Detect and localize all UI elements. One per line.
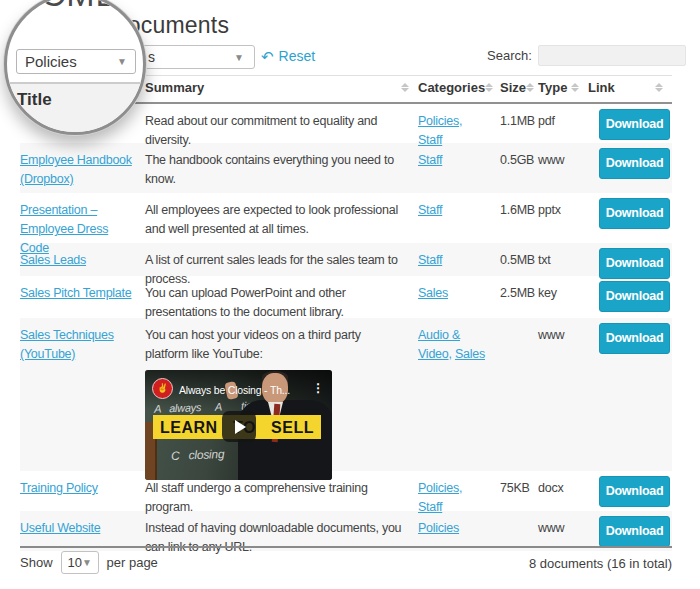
summary-text: You can host your videos on a third part… [145,328,361,361]
sort-icon [401,83,409,92]
doc-title-link[interactable]: Useful Website [20,519,133,538]
show-label: Show [20,555,53,570]
chevron-down-icon: ▼ [82,557,92,568]
category-link[interactable]: Sales [418,286,448,300]
table-row: Presentation – Employee Dress CodeAll em… [20,193,672,243]
channel-avatar[interactable]: ✌ [152,378,173,399]
pagination-controls: Show 10 ▼ per page [20,551,158,574]
link-cell: Download [588,318,672,480]
per-page-dropdown[interactable]: 10 ▼ [61,551,99,574]
chevron-down-icon: ▼ [234,52,244,63]
table-row: Training PolicyAll staff undergo a compr… [20,471,672,511]
per-page-suffix: per page [107,555,158,570]
title-cell: Sales Pitch Template [20,276,145,322]
doc-title-link[interactable]: Employee Handbook (Dropbox) [20,151,133,189]
column-header-link[interactable]: Link [588,79,672,102]
table-row: Useful WebsiteInstead of having download… [20,511,672,551]
column-header-summary[interactable]: Summary [145,79,418,102]
category-filter-dropdown[interactable]: Policies ▼ [16,49,136,74]
category-link[interactable]: Staff [418,203,442,217]
summary-text: All employees are expected to look profe… [145,203,398,236]
category-link[interactable]: Policies [418,481,459,495]
reset-filters-link[interactable]: ↶ Reset [261,48,315,64]
summary-cell: You can host your videos on a third part… [145,318,418,480]
search-area: Search: [487,45,686,66]
download-button[interactable]: Download [599,148,670,179]
reset-label: Reset [279,48,316,64]
search-input[interactable] [538,45,686,66]
title-cell: Employee Handbook (Dropbox) [20,143,145,193]
sort-icon [571,83,579,92]
play-icon [235,420,246,434]
size-cell [500,318,538,480]
category-link[interactable]: Staff [418,153,442,167]
summary-text: All staff undergo a comprehensive traini… [145,481,368,514]
documents-count: 8 documents (16 in total) [529,556,672,571]
table-bottom-border [20,546,672,548]
summary-cell: Instead of having downloadable documents… [145,511,418,557]
category-filter-value: Policies [25,53,77,70]
download-button[interactable]: Download [599,323,670,354]
sort-icon [526,83,534,92]
chalkboard-text: C closing [171,445,225,466]
category-link[interactable]: Policies [418,114,459,128]
link-cell: Download [588,511,672,557]
undo-icon: ↶ [261,49,274,64]
summary-text: The handbook contains everything you nee… [145,153,394,186]
table-row: Employee Handbook (Dropbox)The handbook … [20,143,672,193]
doc-title-link[interactable]: Training Policy [20,479,133,498]
size-cell [500,511,538,557]
category-separator: , [459,481,462,495]
summary-text: You can upload PowerPoint and other pres… [145,286,346,319]
type-cell: key [538,276,588,322]
summary-text: Instead of having downloadable documents… [145,521,401,554]
table-row: Sales Pitch TemplateYou can upload Power… [20,276,672,318]
download-button[interactable]: Download [599,198,670,229]
table-row: Sales LeadsA list of current sales leads… [20,243,672,276]
doc-title-link[interactable]: Sales Techniques (YouTube) [20,326,133,364]
category-link[interactable]: Staff [418,253,442,267]
download-button[interactable]: Download [599,281,670,312]
category-link[interactable]: Policies [418,521,459,535]
type-cell: www [538,318,588,480]
sort-icon [655,83,663,92]
size-cell: 0.5GB [500,143,538,193]
title-cell: Sales Techniques (YouTube) [20,318,145,480]
categories-cell: Policies [418,511,500,557]
documents-table: Title Summary Categories Size Type Link [20,75,672,551]
sort-icon [485,83,493,92]
youtube-video-embed[interactable]: A always A tionLEARNTOSELLC closing✌Alwa… [145,370,332,480]
per-page-value: 10 [68,555,82,570]
summary-cell: The handbook contains everything you nee… [145,143,418,193]
categories-cell: Staff [418,143,500,193]
magnified-title-column-header: Title [17,90,52,110]
categories-cell: Sales [418,276,500,322]
doc-title-link[interactable]: Sales Leads [20,251,133,270]
type-cell: www [538,511,588,557]
size-cell: 2.5MB [500,276,538,322]
table-body: Read about our commitment to equality an… [20,104,672,551]
link-cell: Download [588,143,672,193]
video-title: Always be Closing - Th... [179,381,290,400]
type-cell: www [538,143,588,193]
download-button[interactable]: Download [599,248,670,279]
summary-cell: You can upload PowerPoint and other pres… [145,276,418,322]
chevron-down-icon: ▼ [117,56,127,67]
column-header-type[interactable]: Type [538,79,588,102]
column-header-categories[interactable]: Categories [418,79,500,102]
video-menu-icon[interactable]: ⋮ [312,379,324,398]
column-header-size[interactable]: Size [500,79,538,102]
download-button[interactable]: Download [599,516,670,547]
category-link[interactable]: Sales [455,347,485,361]
download-button[interactable]: Download [599,109,670,140]
category-separator: , [459,114,462,128]
document-library-page: Documents s ▼ ↶ Reset Search: Title Summ… [0,0,700,589]
download-button[interactable]: Download [599,476,670,507]
link-cell: Download [588,276,672,322]
search-label: Search: [487,48,532,63]
play-button[interactable] [222,411,256,442]
categories-cell: Audio & Video, Sales [418,318,500,480]
table-row: Sales Techniques (YouTube)You can host y… [20,318,672,471]
doc-title-link[interactable]: Sales Pitch Template [20,284,133,303]
